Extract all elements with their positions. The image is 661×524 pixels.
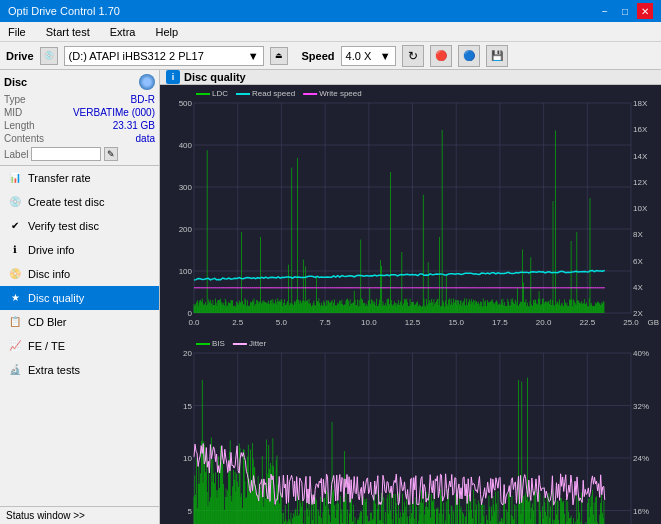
menu-extra[interactable]: Extra bbox=[106, 24, 140, 40]
disc-label-label: Label bbox=[4, 149, 28, 160]
sidebar-item-disc-quality[interactable]: ★ Disc quality bbox=[0, 286, 159, 310]
disc-mid-value: VERBATIMe (000) bbox=[73, 107, 155, 118]
nav-label-cd-bler: CD Bler bbox=[28, 316, 67, 328]
sidebar-item-cd-bler[interactable]: 📋 CD Bler bbox=[0, 310, 159, 334]
disc-mid-row: MID VERBATIMe (000) bbox=[4, 107, 155, 118]
maximize-button[interactable]: □ bbox=[617, 3, 633, 19]
menu-file[interactable]: File bbox=[4, 24, 30, 40]
tool1-button[interactable]: 🔴 bbox=[430, 45, 452, 67]
disc-contents-label: Contents bbox=[4, 133, 44, 144]
sidebar-item-extra-tests[interactable]: 🔬 Extra tests bbox=[0, 358, 159, 382]
menu-bar: File Start test Extra Help bbox=[0, 22, 661, 42]
sidebar: Disc Type BD-R MID VERBATIMe (000) Lengt… bbox=[0, 70, 160, 524]
eject-button[interactable]: ⏏ bbox=[270, 47, 288, 65]
nav-icon-disc-quality: ★ bbox=[8, 291, 22, 305]
disc-contents-value: data bbox=[136, 133, 155, 144]
nav-icon-cd-bler: 📋 bbox=[8, 315, 22, 329]
right-panel: i Disc quality LDC BIS Jitter bbox=[160, 70, 661, 524]
window-controls: − □ ✕ bbox=[597, 3, 653, 19]
nav-label-disc-info: Disc info bbox=[28, 268, 70, 280]
close-button[interactable]: ✕ bbox=[637, 3, 653, 19]
disc-length-label: Length bbox=[4, 120, 35, 131]
speed-label: Speed bbox=[302, 50, 335, 62]
disc-mid-label: MID bbox=[4, 107, 22, 118]
minimize-button[interactable]: − bbox=[597, 3, 613, 19]
drive-label: Drive bbox=[6, 50, 34, 62]
nav-items: 📊 Transfer rate 💿 Create test disc ✔ Ver… bbox=[0, 166, 159, 382]
sidebar-item-transfer-rate[interactable]: 📊 Transfer rate bbox=[0, 166, 159, 190]
sidebar-item-verify-test-disc[interactable]: ✔ Verify test disc bbox=[0, 214, 159, 238]
nav-label-fe-te: FE / TE bbox=[28, 340, 65, 352]
nav-label-extra-tests: Extra tests bbox=[28, 364, 80, 376]
nav-label-create-test-disc: Create test disc bbox=[28, 196, 104, 208]
disc-label-button[interactable]: ✎ bbox=[104, 147, 118, 161]
app-title: Opti Drive Control 1.70 bbox=[8, 5, 120, 17]
disc-section: Disc Type BD-R MID VERBATIMe (000) Lengt… bbox=[0, 70, 159, 166]
menu-help[interactable]: Help bbox=[151, 24, 182, 40]
refresh-button[interactable]: ↻ bbox=[402, 45, 424, 67]
nav-icon-create-test-disc: 💿 bbox=[8, 195, 22, 209]
disc-type-row: Type BD-R bbox=[4, 94, 155, 105]
disc-quality-icon: i bbox=[166, 70, 180, 84]
nav-icon-disc-info: 📀 bbox=[8, 267, 22, 281]
charts-area bbox=[160, 85, 661, 524]
speed-select[interactable]: 4.0 X ▼ bbox=[341, 46, 396, 66]
nav-label-drive-info: Drive info bbox=[28, 244, 74, 256]
nav-label-disc-quality: Disc quality bbox=[28, 292, 84, 304]
disc-type-label: Type bbox=[4, 94, 26, 105]
ldc-chart bbox=[160, 85, 661, 335]
drive-bar: Drive 💿 (D:) ATAPI iHBS312 2 PL17 ▼ ⏏ Sp… bbox=[0, 42, 661, 70]
tool2-button[interactable]: 🔵 bbox=[458, 45, 480, 67]
nav-label-verify-test-disc: Verify test disc bbox=[28, 220, 99, 232]
sidebar-item-create-test-disc[interactable]: 💿 Create test disc bbox=[0, 190, 159, 214]
status-window-label: Status window >> bbox=[6, 510, 85, 521]
nav-icon-fe-te: 📈 bbox=[8, 339, 22, 353]
drive-select[interactable]: (D:) ATAPI iHBS312 2 PL17 ▼ bbox=[64, 46, 264, 66]
disc-label-row: Label ✎ bbox=[4, 147, 155, 161]
disc-label-input[interactable] bbox=[31, 147, 101, 161]
disc-type-value: BD-R bbox=[131, 94, 155, 105]
menu-start-test[interactable]: Start test bbox=[42, 24, 94, 40]
main-area: Disc Type BD-R MID VERBATIMe (000) Lengt… bbox=[0, 70, 661, 524]
bis-jitter-chart bbox=[160, 335, 661, 524]
disc-contents-row: Contents data bbox=[4, 133, 155, 144]
chart-header: i Disc quality bbox=[160, 70, 661, 85]
title-bar: Opti Drive Control 1.70 − □ ✕ bbox=[0, 0, 661, 22]
sidebar-item-disc-info[interactable]: 📀 Disc info bbox=[0, 262, 159, 286]
nav-icon-drive-info: ℹ bbox=[8, 243, 22, 257]
disc-length-value: 23.31 GB bbox=[113, 120, 155, 131]
disc-icon bbox=[139, 74, 155, 90]
disc-title: Disc bbox=[4, 76, 27, 88]
chart-title: Disc quality bbox=[184, 71, 246, 83]
save-button[interactable]: 💾 bbox=[486, 45, 508, 67]
status-window-button[interactable]: Status window >> bbox=[0, 506, 159, 524]
disc-length-row: Length 23.31 GB bbox=[4, 120, 155, 131]
nav-icon-transfer-rate: 📊 bbox=[8, 171, 22, 185]
sidebar-item-drive-info[interactable]: ℹ Drive info bbox=[0, 238, 159, 262]
nav-icon-verify-test-disc: ✔ bbox=[8, 219, 22, 233]
nav-icon-extra-tests: 🔬 bbox=[8, 363, 22, 377]
nav-label-transfer-rate: Transfer rate bbox=[28, 172, 91, 184]
drive-icon: 💿 bbox=[40, 47, 58, 65]
sidebar-item-fe-te[interactable]: 📈 FE / TE bbox=[0, 334, 159, 358]
